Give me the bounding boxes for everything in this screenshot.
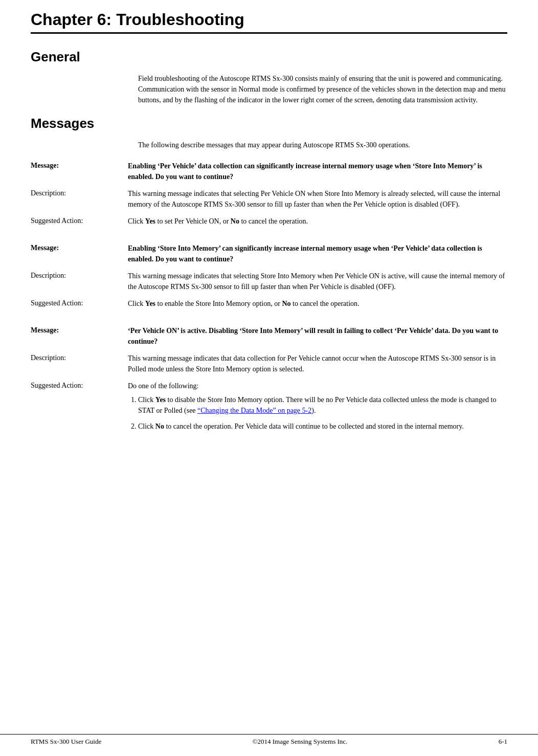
- action-2-row: Suggested Action: Click Yes to enable th…: [31, 298, 507, 309]
- footer-right: 6-1: [499, 738, 507, 746]
- desc-1-row: Description: This warning message indica…: [31, 188, 507, 210]
- action-2-label: Suggested Action:: [31, 298, 128, 307]
- message-1-label: Message:: [31, 161, 128, 170]
- page-container: Chapter 6: Troubleshooting General Field…: [0, 0, 538, 756]
- action-2-no: No: [282, 300, 290, 307]
- footer-left: RTMS Sx-300 User Guide: [31, 738, 101, 746]
- message-2-label: Message:: [31, 243, 128, 252]
- page-footer: RTMS Sx-300 User Guide ©2014 Image Sensi…: [0, 734, 538, 746]
- action-3-no: No: [155, 423, 164, 430]
- footer-center: ©2014 Image Sensing Systems Inc.: [253, 738, 348, 746]
- action-1-no: No: [231, 217, 239, 225]
- message-3-text: ‘Per Vehicle ON’ is active. Disabling ‘S…: [128, 325, 507, 347]
- action-3-row: Suggested Action: Do one of the followin…: [31, 381, 507, 437]
- action-2-yes: Yes: [145, 300, 155, 307]
- desc-2-row: Description: This warning message indica…: [31, 271, 507, 292]
- data-mode-link[interactable]: “Changing the Data Mode” on page 5-2: [197, 407, 311, 414]
- chapter-header: Chapter 6: Troubleshooting: [31, 0, 507, 34]
- chapter-title: Chapter 6: Troubleshooting: [31, 10, 507, 29]
- messages-heading: Messages: [31, 116, 507, 131]
- messages-section: Messages The following describe messages…: [31, 116, 507, 437]
- chapter-prefix: Chapter 6:: [31, 10, 111, 29]
- message-3-label: Message:: [31, 325, 128, 335]
- chapter-name: Troubleshooting: [116, 10, 244, 29]
- desc-1-label: Description:: [31, 188, 128, 197]
- desc-2-label: Description:: [31, 271, 128, 280]
- messages-intro-text: The following describe messages that may…: [138, 140, 507, 150]
- desc-1-text: This warning message indicates that sele…: [128, 188, 507, 210]
- action-3-content: Do one of the following: Click Yes to di…: [128, 381, 507, 437]
- action-3-list: Click Yes to disable the Store Into Memo…: [138, 394, 507, 432]
- general-intro-text: Field troubleshooting of the Autoscope R…: [138, 73, 507, 105]
- message-1-row: Message: Enabling ‘Per Vehicle’ data col…: [31, 161, 507, 182]
- action-3-yes: Yes: [155, 396, 166, 404]
- general-heading: General: [31, 49, 507, 65]
- action-3-label: Suggested Action:: [31, 381, 128, 390]
- desc-3-row: Description: This warning message indica…: [31, 353, 507, 374]
- message-1-text: Enabling ‘Per Vehicle’ data collection c…: [128, 161, 507, 182]
- action-3-list-item-1: Click Yes to disable the Store Into Memo…: [138, 394, 507, 416]
- spacer-1: [31, 233, 507, 243]
- message-3-row: Message: ‘Per Vehicle ON’ is active. Dis…: [31, 325, 507, 347]
- desc-3-label: Description:: [31, 353, 128, 362]
- message-2-text: Enabling ‘Store Into Memory’ can signifi…: [128, 243, 507, 264]
- action-1-row: Suggested Action: Click Yes to set Per V…: [31, 216, 507, 227]
- desc-3-text: This warning message indicates that data…: [128, 353, 507, 374]
- action-3-list-item-2: Click No to cancel the operation. Per Ve…: [138, 421, 507, 432]
- action-1-label: Suggested Action:: [31, 216, 128, 225]
- action-2-text: Click Yes to enable the Store Into Memor…: [128, 298, 507, 309]
- action-3-intro: Do one of the following:: [128, 382, 198, 390]
- general-section: General Field troubleshooting of the Aut…: [31, 49, 507, 105]
- desc-2-text: This warning message indicates that sele…: [128, 271, 507, 292]
- spacer-2: [31, 315, 507, 325]
- action-1-text: Click Yes to set Per Vehicle ON, or No t…: [128, 216, 507, 227]
- action-1-yes: Yes: [145, 217, 155, 225]
- message-2-row: Message: Enabling ‘Store Into Memory’ ca…: [31, 243, 507, 264]
